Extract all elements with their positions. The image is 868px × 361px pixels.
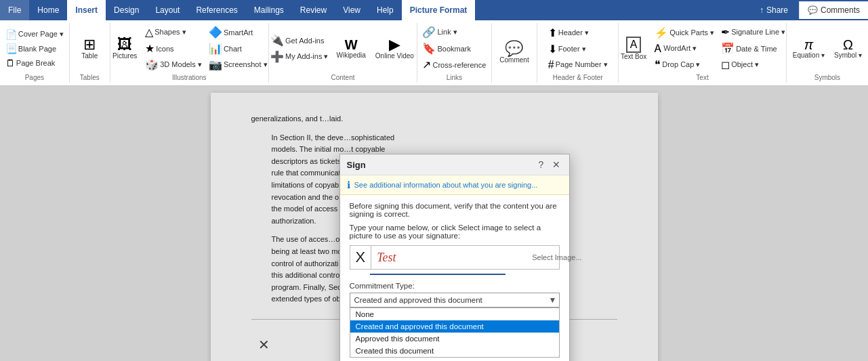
quick-parts-icon: ⚡ <box>655 26 668 39</box>
3d-models-icon: 🎲 <box>145 58 159 71</box>
ribbon-group-pages: 📄 Cover Page ▾ 📃 Blank Page 🗒 Page Break… <box>0 23 70 83</box>
select-image-link[interactable]: Select Image... <box>528 251 585 264</box>
chart-button[interactable]: 📊 Chart <box>206 41 270 56</box>
ribbon-group-illustrations: 🖼 Pictures △ Shapes ▾ ★ Icons 🎲 3D Model… <box>110 23 269 83</box>
wordart-button[interactable]: Ꭺ WordArt ▾ <box>652 41 717 56</box>
tab-references[interactable]: References <box>188 0 245 20</box>
date-time-button[interactable]: 📅 Date & Time <box>718 41 788 56</box>
ribbon: File Home Insert Design Layout Reference… <box>0 0 868 86</box>
pictures-button[interactable]: 🖼 Pictures <box>108 36 141 61</box>
blank-page-button[interactable]: 📃 Blank Page <box>3 42 66 56</box>
symbol-icon: Ω <box>843 38 853 51</box>
ribbon-group-symbols: π Equation ▾ Ω Symbol ▾ Symbols <box>787 23 868 83</box>
dialog-titlebar: Sign ? ✕ <box>340 154 569 175</box>
tab-view[interactable]: View <box>335 0 369 20</box>
tab-review[interactable]: Review <box>292 0 335 20</box>
symbol-button[interactable]: Ω Symbol ▾ <box>830 37 866 60</box>
commitment-dropdown: None Created and approved this document … <box>350 307 560 358</box>
dropdown-item-none[interactable]: None <box>350 308 559 320</box>
dropdown-item-created[interactable]: Created this document <box>350 345 559 357</box>
signature-input[interactable] <box>371 248 528 268</box>
header-button[interactable]: ⬆ Header ▾ <box>545 25 611 41</box>
link-icon: 🔗 <box>422 26 436 39</box>
ribbon-group-comment: 💬 Comment <box>492 23 537 83</box>
page-number-icon: # <box>548 59 554 71</box>
share-button[interactable]: ↑ Share <box>749 1 799 19</box>
ribbon-col-ill2: 🔷 SmartArt 📊 Chart 📷 Screenshot ▾ <box>206 24 270 72</box>
dropdown-item-created-approved[interactable]: Created and approved this document <box>350 320 559 333</box>
tab-design[interactable]: Design <box>106 0 147 20</box>
tab-file[interactable]: File <box>0 0 29 20</box>
online-video-button[interactable]: ▶ Online Video <box>371 36 418 61</box>
dialog-body: Before signing this document, verify tha… <box>340 195 569 361</box>
bookmark-icon: 🔖 <box>422 42 436 55</box>
page-number-button[interactable]: # Page Number ▾ <box>545 58 611 72</box>
link-button[interactable]: 🔗 Link ▾ <box>419 24 489 40</box>
tab-mailings[interactable]: Mailings <box>246 0 292 20</box>
drop-cap-button[interactable]: ❝ Drop Cap ▾ <box>652 57 717 72</box>
ribbon-group-header-footer: ⬆ Header ▾ ⬇ Footer ▾ # Page Number ▾ He… <box>537 23 619 83</box>
text-box-button[interactable]: A Text Box <box>617 35 650 62</box>
ribbon-col-text: ⚡ Quick Parts ▾ Ꭺ WordArt ▾ ❝ Drop Cap ▾ <box>652 25 717 72</box>
pictures-icon: 🖼 <box>117 37 132 52</box>
shapes-icon: △ <box>145 26 153 39</box>
commitment-select[interactable]: None Created and approved this document … <box>350 293 560 307</box>
bookmark-button[interactable]: 🔖 Bookmark <box>419 41 489 56</box>
equation-icon: π <box>804 38 813 51</box>
ribbon-content: 📄 Cover Page ▾ 📃 Blank Page 🗒 Page Break… <box>0 20 868 86</box>
commitment-label: Commitment Type: <box>350 282 560 290</box>
table-icon: ⊞ <box>83 37 96 52</box>
dialog-info-bar: ℹ See additional information about what … <box>340 175 569 195</box>
info-link[interactable]: See additional information about what yo… <box>354 181 538 189</box>
ribbon-col-links: 🔗 Link ▾ 🔖 Bookmark ↗ Cross-reference <box>419 24 489 72</box>
tab-help[interactable]: Help <box>369 0 402 20</box>
object-button[interactable]: ◻ Object ▾ <box>718 57 788 72</box>
footer-button[interactable]: ⬇ Footer ▾ <box>545 41 611 57</box>
sign-dialog: Sign ? ✕ ℹ See additional information ab… <box>339 154 570 361</box>
table-button[interactable]: ⊞ Table <box>75 36 104 61</box>
info-icon: ℹ <box>347 179 350 190</box>
signature-prompt: Type your name below, or click Select im… <box>350 224 560 240</box>
tab-insert[interactable]: Insert <box>67 0 106 20</box>
tab-layout[interactable]: Layout <box>147 0 188 20</box>
cover-page-button[interactable]: 📄 Cover Page ▾ <box>3 28 66 41</box>
smartart-button[interactable]: 🔷 SmartArt <box>206 24 270 40</box>
signature-x-marker: X <box>350 246 372 269</box>
ribbon-col-hf: ⬆ Header ▾ ⬇ Footer ▾ # Page Number ▾ <box>545 25 611 72</box>
tab-picture-format[interactable]: Picture Format <box>402 0 476 20</box>
my-addins-button[interactable]: ➕ My Add-ins ▾ <box>268 49 331 64</box>
get-addins-button[interactable]: 🔌 Get Add-ins <box>268 33 331 48</box>
dialog-close-button[interactable]: ✕ <box>550 158 562 171</box>
verify-text: Before signing this document, verify tha… <box>350 202 560 218</box>
3d-models-button[interactable]: 🎲 3D Models ▾ <box>142 57 205 72</box>
document-area: generalizations, and t…laid. In Section … <box>0 86 868 361</box>
dropdown-item-approved[interactable]: Approved this document <box>350 333 559 345</box>
quick-parts-button[interactable]: ⚡ Quick Parts ▾ <box>652 25 717 41</box>
chart-icon: 📊 <box>209 42 222 55</box>
page-break-button[interactable]: 🗒 Page Break <box>3 56 66 70</box>
wordart-icon: Ꭺ <box>655 43 662 55</box>
ribbon-col-ill: △ Shapes ▾ ★ Icons 🎲 3D Models ▾ <box>142 24 205 72</box>
shapes-button[interactable]: △ Shapes ▾ <box>142 24 205 40</box>
tab-home[interactable]: Home <box>29 0 67 20</box>
my-addins-icon: ➕ <box>270 50 284 63</box>
drop-cap-icon: ❝ <box>655 58 661 71</box>
ribbon-col-pages: 📄 Cover Page ▾ 📃 Blank Page 🗒 Page Break <box>3 28 66 70</box>
dialog-overlay: Sign ? ✕ ℹ See additional information ab… <box>0 86 868 361</box>
comments-icon: 💬 <box>808 5 818 15</box>
comment-button[interactable]: 💬 Comment <box>495 40 533 65</box>
signature-line-button[interactable]: ✒ Signature Line ▾ <box>718 24 788 40</box>
cross-reference-button[interactable]: ↗ Cross-reference <box>419 57 489 72</box>
dialog-question-button[interactable]: ? <box>535 158 547 171</box>
share-icon: ↑ <box>760 5 764 15</box>
equation-button[interactable]: π Equation ▾ <box>789 37 829 60</box>
ribbon-col-text2: ✒ Signature Line ▾ 📅 Date & Time ◻ Objec… <box>718 24 788 72</box>
icons-button[interactable]: ★ Icons <box>142 41 205 56</box>
signature-underline <box>370 274 505 275</box>
comments-button[interactable]: 💬 Comments <box>799 1 868 19</box>
wikipedia-button[interactable]: W Wikipedia <box>332 37 369 60</box>
text-box-icon: A <box>626 37 642 53</box>
dialog-title: Sign <box>347 160 366 170</box>
screenshot-button[interactable]: 📷 Screenshot ▾ <box>206 57 270 72</box>
blank-page-icon: 📃 <box>5 43 17 54</box>
